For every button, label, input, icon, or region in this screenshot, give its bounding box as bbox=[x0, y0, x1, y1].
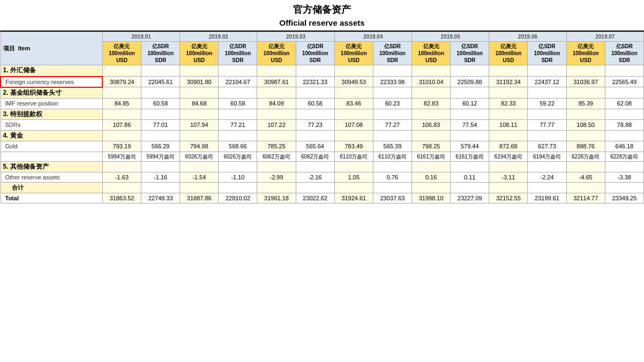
empty-cell bbox=[296, 130, 334, 141]
empty-cell bbox=[412, 65, 451, 77]
empty-cell bbox=[141, 109, 180, 120]
total-sdr-p2: 23022.62 bbox=[296, 193, 334, 203]
data-sdr-r1-p4: 60.12 bbox=[451, 99, 489, 109]
data-sdr-r2-p3: 77.27 bbox=[373, 120, 411, 130]
data-sdr-r3-p6: 646.18 bbox=[605, 141, 643, 152]
total-sdr-p6: 23349.25 bbox=[605, 193, 643, 203]
gold-note-9: 6161万盎司 bbox=[451, 152, 489, 161]
gold-note-7: 6110万盎司 bbox=[373, 152, 411, 161]
total-usd-p4: 31998.10 bbox=[412, 193, 451, 203]
data-sdr-r1-p5: 59.22 bbox=[528, 99, 566, 109]
unit-sdr-3: 亿SDR100millionSDR bbox=[296, 42, 334, 65]
period-2019-02: 2019.02 bbox=[180, 32, 257, 42]
empty-cell bbox=[141, 183, 180, 193]
data-usd-r4-p6: -4.65 bbox=[566, 172, 605, 183]
data-usd-r0-p1: 30901.80 bbox=[180, 77, 219, 87]
empty-cell bbox=[141, 87, 180, 99]
data-usd-r4-p0: -1.63 bbox=[102, 172, 141, 183]
total-sdr-p3: 23037.63 bbox=[373, 193, 411, 203]
row-en-3: Gold bbox=[1, 141, 102, 152]
total-cn-label: 合计 bbox=[1, 183, 102, 193]
empty-cell bbox=[528, 183, 566, 193]
empty-cell bbox=[605, 65, 643, 77]
data-usd-r4-p1: -1.54 bbox=[180, 172, 219, 183]
unit-sdr-6: 亿SDR100millionSDR bbox=[528, 42, 566, 65]
data-sdr-r1-p2: 60.58 bbox=[296, 99, 334, 109]
empty-cell bbox=[296, 161, 334, 172]
row-cn-4: 5. 其他储备资产 bbox=[1, 161, 102, 172]
data-usd-r4-p3: 1.05 bbox=[334, 172, 373, 183]
empty-cell bbox=[528, 87, 566, 99]
gold-note-3: 6026万盎司 bbox=[219, 152, 257, 161]
empty-cell bbox=[566, 183, 605, 193]
row-en-2: SDRs bbox=[1, 120, 102, 130]
data-usd-r2-p0: 107.86 bbox=[102, 120, 141, 130]
data-sdr-r3-p2: 565.64 bbox=[296, 141, 334, 152]
gold-note-5: 6062万盎司 bbox=[296, 152, 334, 161]
unit-usd-2: 亿美元100millionUSD bbox=[180, 42, 219, 65]
data-usd-r3-p6: 888.76 bbox=[566, 141, 605, 152]
main-title-cn: 官方储备资产 bbox=[0, 0, 644, 17]
empty-cell bbox=[412, 161, 451, 172]
empty-cell bbox=[102, 109, 141, 120]
data-sdr-r2-p1: 77.21 bbox=[219, 120, 257, 130]
data-sdr-r0-p5: 22437.12 bbox=[528, 77, 566, 87]
data-usd-r3-p3: 783.49 bbox=[334, 141, 373, 152]
row-en-1: IMF reserve position bbox=[1, 99, 102, 109]
empty-cell bbox=[489, 65, 528, 77]
data-sdr-r1-p6: 62.08 bbox=[605, 99, 643, 109]
empty-cell bbox=[489, 130, 528, 141]
total-usd-p6: 32114.77 bbox=[566, 193, 605, 203]
data-sdr-r0-p0: 22045.61 bbox=[141, 77, 180, 87]
row-cn-2: 3. 特别提款权 bbox=[1, 109, 102, 120]
gold-note-8: 6161万盎司 bbox=[412, 152, 451, 161]
data-usd-r3-p2: 785.25 bbox=[257, 141, 296, 152]
empty-cell bbox=[219, 65, 257, 77]
data-usd-r0-p2: 30987.61 bbox=[257, 77, 296, 87]
empty-cell bbox=[373, 65, 411, 77]
period-2019-01: 2019.01 bbox=[102, 32, 179, 42]
data-usd-r0-p3: 30949.53 bbox=[334, 77, 373, 87]
empty-cell bbox=[451, 161, 489, 172]
unit-sdr-5: 亿SDR100millionSDR bbox=[451, 42, 489, 65]
data-usd-r0-p6: 31036.97 bbox=[566, 77, 605, 87]
row-cn-3: 4. 黄金 bbox=[1, 130, 102, 141]
empty-cell bbox=[528, 109, 566, 120]
data-sdr-r4-p1: -1.10 bbox=[219, 172, 257, 183]
empty-cell bbox=[257, 109, 296, 120]
empty-cell bbox=[257, 130, 296, 141]
empty-cell bbox=[219, 183, 257, 193]
gold-note-label bbox=[1, 152, 102, 161]
data-usd-r1-p1: 84.68 bbox=[180, 99, 219, 109]
total-usd-p3: 31924.61 bbox=[334, 193, 373, 203]
empty-cell bbox=[180, 109, 219, 120]
data-usd-r3-p1: 794.98 bbox=[180, 141, 219, 152]
gold-note-2: 6026万盎司 bbox=[180, 152, 219, 161]
data-sdr-r3-p4: 579.44 bbox=[451, 141, 489, 152]
empty-cell bbox=[605, 109, 643, 120]
empty-cell bbox=[219, 161, 257, 172]
gold-note-12: 6226万盎司 bbox=[566, 152, 605, 161]
empty-cell bbox=[141, 65, 180, 77]
data-sdr-r3-p0: 566.29 bbox=[141, 141, 180, 152]
data-usd-r2-p3: 107.08 bbox=[334, 120, 373, 130]
data-sdr-r2-p2: 77.23 bbox=[296, 120, 334, 130]
row-cn-1: 2. 基金组织储备头寸 bbox=[1, 87, 102, 99]
empty-cell bbox=[412, 109, 451, 120]
total-usd-p1: 31887.86 bbox=[180, 193, 219, 203]
data-usd-r0-p5: 31192.34 bbox=[489, 77, 528, 87]
data-sdr-r0-p1: 22104.67 bbox=[219, 77, 257, 87]
unit-usd-4: 亿美元100millionUSD bbox=[334, 42, 373, 65]
total-sdr-p4: 23227.09 bbox=[451, 193, 489, 203]
gold-note-0: 5994万盎司 bbox=[102, 152, 141, 161]
data-sdr-r1-p0: 60.58 bbox=[141, 99, 180, 109]
empty-cell bbox=[257, 87, 296, 99]
total-sdr-p0: 22748.33 bbox=[141, 193, 180, 203]
empty-cell bbox=[489, 109, 528, 120]
empty-cell bbox=[605, 130, 643, 141]
empty-cell bbox=[489, 87, 528, 99]
empty-cell bbox=[451, 65, 489, 77]
data-usd-r2-p1: 107.94 bbox=[180, 120, 219, 130]
item-en: Item bbox=[18, 45, 31, 51]
gold-note-13: 6226万盎司 bbox=[605, 152, 643, 161]
